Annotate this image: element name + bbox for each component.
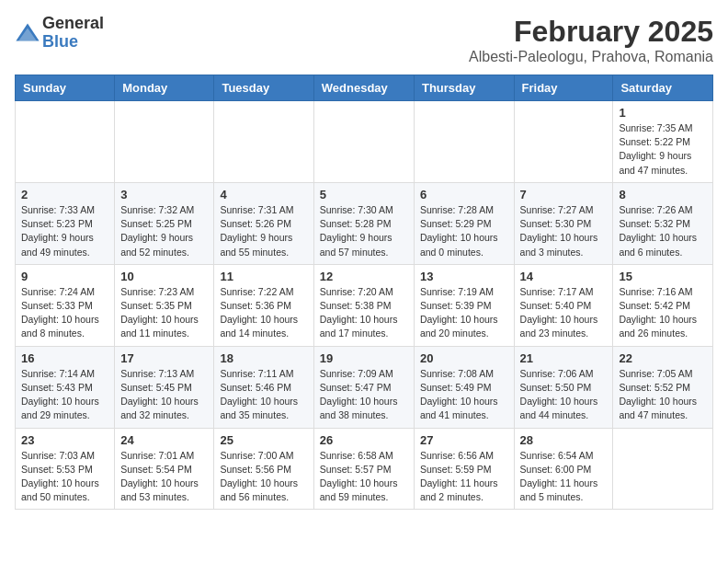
calendar-cell: 24Sunrise: 7:01 AM Sunset: 5:54 PM Dayli… (115, 428, 214, 510)
day-number: 18 (220, 351, 307, 365)
day-number: 27 (420, 433, 508, 447)
calendar-cell: 27Sunrise: 6:56 AM Sunset: 5:59 PM Dayli… (414, 428, 514, 510)
calendar-cell (115, 101, 214, 183)
day-info: Sunrise: 7:27 AM Sunset: 5:30 PM Dayligh… (520, 203, 608, 259)
calendar-cell: 20Sunrise: 7:08 AM Sunset: 5:49 PM Dayli… (414, 346, 514, 428)
calendar-week-row: 2Sunrise: 7:33 AM Sunset: 5:23 PM Daylig… (16, 182, 713, 264)
day-info: Sunrise: 7:14 AM Sunset: 5:43 PM Dayligh… (21, 367, 108, 423)
day-info: Sunrise: 7:26 AM Sunset: 5:32 PM Dayligh… (619, 203, 707, 259)
day-number: 9 (21, 270, 108, 283)
day-info: Sunrise: 7:24 AM Sunset: 5:33 PM Dayligh… (21, 285, 108, 341)
calendar-header-row: SundayMondayTuesdayWednesdayThursdayFrid… (16, 75, 713, 101)
day-info: Sunrise: 7:23 AM Sunset: 5:35 PM Dayligh… (120, 285, 208, 341)
day-info: Sunrise: 7:20 AM Sunset: 5:38 PM Dayligh… (320, 285, 408, 341)
logo-icon (15, 20, 40, 46)
day-info: Sunrise: 7:09 AM Sunset: 5:47 PM Dayligh… (320, 367, 408, 423)
day-info: Sunrise: 7:30 AM Sunset: 5:28 PM Dayligh… (320, 203, 408, 259)
day-number: 21 (520, 351, 608, 365)
day-number: 20 (420, 351, 508, 365)
calendar-cell: 10Sunrise: 7:23 AM Sunset: 5:35 PM Dayli… (115, 264, 214, 346)
calendar-table: SundayMondayTuesdayWednesdayThursdayFrid… (15, 75, 713, 510)
day-number: 23 (21, 433, 108, 447)
day-info: Sunrise: 7:35 AM Sunset: 5:22 PM Dayligh… (619, 121, 707, 178)
logo-general: General (42, 15, 104, 33)
day-info: Sunrise: 7:01 AM Sunset: 5:54 PM Dayligh… (120, 449, 208, 505)
day-number: 17 (120, 351, 208, 365)
calendar-cell (514, 101, 613, 183)
day-number: 28 (520, 433, 608, 447)
calendar-cell: 9Sunrise: 7:24 AM Sunset: 5:33 PM Daylig… (16, 264, 115, 346)
calendar-cell: 28Sunrise: 6:54 AM Sunset: 6:00 PM Dayli… (514, 428, 613, 510)
logo: General Blue (15, 15, 104, 52)
day-info: Sunrise: 7:28 AM Sunset: 5:29 PM Dayligh… (420, 203, 508, 259)
calendar-cell (313, 101, 414, 183)
calendar-cell: 13Sunrise: 7:19 AM Sunset: 5:39 PM Dayli… (414, 264, 514, 346)
calendar-cell: 12Sunrise: 7:20 AM Sunset: 5:38 PM Dayli… (313, 264, 414, 346)
day-number: 1 (619, 106, 707, 120)
calendar-cell: 14Sunrise: 7:17 AM Sunset: 5:40 PM Dayli… (514, 264, 613, 346)
weekday-header: Wednesday (313, 75, 414, 101)
calendar-cell: 4Sunrise: 7:31 AM Sunset: 5:26 PM Daylig… (214, 182, 313, 264)
calendar-cell (214, 101, 313, 183)
calendar-week-row: 16Sunrise: 7:14 AM Sunset: 5:43 PM Dayli… (16, 346, 713, 428)
calendar-cell: 26Sunrise: 6:58 AM Sunset: 5:57 PM Dayli… (313, 428, 414, 510)
day-info: Sunrise: 6:54 AM Sunset: 6:00 PM Dayligh… (520, 449, 608, 505)
calendar-cell: 6Sunrise: 7:28 AM Sunset: 5:29 PM Daylig… (414, 182, 514, 264)
day-number: 10 (120, 270, 208, 283)
day-number: 12 (320, 270, 408, 283)
day-number: 24 (120, 433, 208, 447)
day-number: 11 (220, 270, 307, 283)
day-number: 3 (120, 188, 208, 201)
month-title: February 2025 (469, 15, 713, 49)
calendar-cell (414, 101, 514, 183)
weekday-header: Saturday (613, 75, 713, 101)
calendar-cell (613, 428, 713, 510)
calendar-cell: 2Sunrise: 7:33 AM Sunset: 5:23 PM Daylig… (16, 182, 115, 264)
day-info: Sunrise: 7:17 AM Sunset: 5:40 PM Dayligh… (520, 285, 608, 341)
day-info: Sunrise: 6:58 AM Sunset: 5:57 PM Dayligh… (320, 449, 408, 505)
day-info: Sunrise: 7:00 AM Sunset: 5:56 PM Dayligh… (220, 449, 307, 505)
day-info: Sunrise: 7:06 AM Sunset: 5:50 PM Dayligh… (520, 367, 608, 423)
calendar-cell: 5Sunrise: 7:30 AM Sunset: 5:28 PM Daylig… (313, 182, 414, 264)
day-number: 25 (220, 433, 307, 447)
page-header: General Blue February 2025 Albesti-Paleo… (15, 15, 713, 65)
calendar-cell: 23Sunrise: 7:03 AM Sunset: 5:53 PM Dayli… (16, 428, 115, 510)
calendar-week-row: 9Sunrise: 7:24 AM Sunset: 5:33 PM Daylig… (16, 264, 713, 346)
calendar-week-row: 1Sunrise: 7:35 AM Sunset: 5:22 PM Daylig… (16, 101, 713, 183)
calendar-cell: 1Sunrise: 7:35 AM Sunset: 5:22 PM Daylig… (613, 101, 713, 183)
day-number: 16 (21, 351, 108, 365)
calendar-cell: 3Sunrise: 7:32 AM Sunset: 5:25 PM Daylig… (115, 182, 214, 264)
day-number: 19 (320, 351, 408, 365)
day-info: Sunrise: 7:31 AM Sunset: 5:26 PM Dayligh… (220, 203, 307, 259)
day-number: 13 (420, 270, 508, 283)
logo-blue: Blue (42, 33, 104, 52)
weekday-header: Thursday (414, 75, 514, 101)
calendar-cell: 21Sunrise: 7:06 AM Sunset: 5:50 PM Dayli… (514, 346, 613, 428)
day-number: 5 (320, 188, 408, 201)
day-info: Sunrise: 7:05 AM Sunset: 5:52 PM Dayligh… (619, 367, 707, 423)
calendar-cell: 8Sunrise: 7:26 AM Sunset: 5:32 PM Daylig… (613, 182, 713, 264)
day-number: 26 (320, 433, 408, 447)
day-info: Sunrise: 7:22 AM Sunset: 5:36 PM Dayligh… (220, 285, 307, 341)
day-number: 8 (619, 188, 707, 201)
calendar-cell (16, 101, 115, 183)
weekday-header: Sunday (16, 75, 115, 101)
calendar-cell: 17Sunrise: 7:13 AM Sunset: 5:45 PM Dayli… (115, 346, 214, 428)
day-info: Sunrise: 7:33 AM Sunset: 5:23 PM Dayligh… (21, 203, 108, 259)
day-info: Sunrise: 7:03 AM Sunset: 5:53 PM Dayligh… (21, 449, 108, 505)
calendar-cell: 7Sunrise: 7:27 AM Sunset: 5:30 PM Daylig… (514, 182, 613, 264)
calendar-cell: 18Sunrise: 7:11 AM Sunset: 5:46 PM Dayli… (214, 346, 313, 428)
calendar-cell: 25Sunrise: 7:00 AM Sunset: 5:56 PM Dayli… (214, 428, 313, 510)
calendar-cell: 11Sunrise: 7:22 AM Sunset: 5:36 PM Dayli… (214, 264, 313, 346)
day-info: Sunrise: 7:19 AM Sunset: 5:39 PM Dayligh… (420, 285, 508, 341)
day-number: 15 (619, 270, 707, 283)
day-info: Sunrise: 7:32 AM Sunset: 5:25 PM Dayligh… (120, 203, 208, 259)
day-number: 6 (420, 188, 508, 201)
day-number: 22 (619, 351, 707, 365)
logo-text: General Blue (42, 15, 104, 52)
day-info: Sunrise: 7:16 AM Sunset: 5:42 PM Dayligh… (619, 285, 707, 341)
title-area: February 2025 Albesti-Paleologu, Prahova… (469, 15, 713, 65)
day-number: 2 (21, 188, 108, 201)
calendar-cell: 15Sunrise: 7:16 AM Sunset: 5:42 PM Dayli… (613, 264, 713, 346)
calendar-cell: 19Sunrise: 7:09 AM Sunset: 5:47 PM Dayli… (313, 346, 414, 428)
